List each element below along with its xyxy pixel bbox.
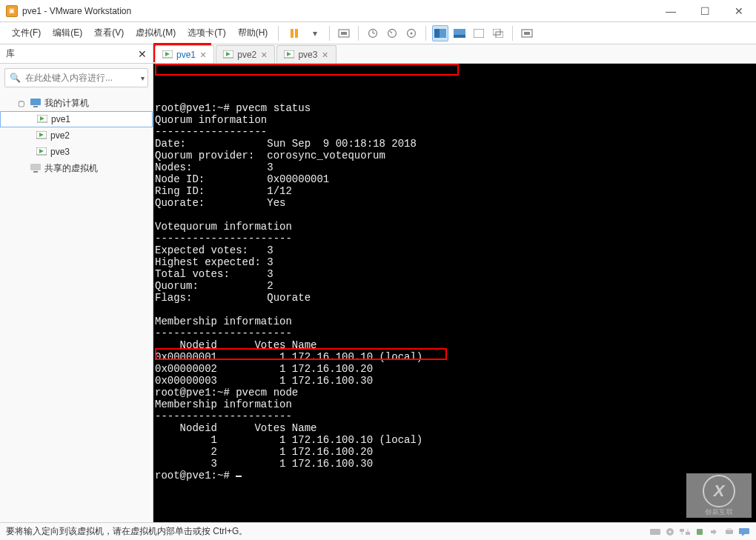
library-title: 库: [6, 47, 15, 60]
search-box[interactable]: 🔍 ▾: [4, 68, 148, 87]
menu-edit[interactable]: 编辑(E): [48, 24, 87, 42]
svg-rect-39: [686, 532, 690, 535]
library-close-icon[interactable]: ✕: [138, 48, 147, 60]
svg-rect-46: [727, 528, 732, 530]
expander-icon[interactable]: ▢: [18, 99, 27, 107]
tree-label: 共享的虚拟机: [44, 162, 98, 175]
menu-tabs[interactable]: 选项卡(T): [183, 24, 230, 42]
svg-rect-18: [524, 32, 530, 35]
vm-icon: [283, 49, 295, 61]
fullscreen-icon[interactable]: [471, 25, 487, 41]
tab-pve1[interactable]: pve1 ×: [155, 45, 214, 63]
content-area: pve1 × pve2 × pve3 × root@pve1:~# pvecm …: [153, 44, 756, 522]
vm-icon: [36, 146, 47, 158]
vm-icon: [36, 130, 47, 141]
statusbar: 要将输入定向到该虚拟机，请在虚拟机内部单击或按 Ctrl+G。: [0, 522, 756, 540]
svg-rect-3: [341, 32, 347, 35]
svg-rect-28: [33, 171, 38, 173]
vm-console[interactable]: root@pve1:~# pvecm status Quorum informa…: [153, 64, 756, 522]
view-thumbnail-icon[interactable]: [451, 25, 468, 41]
vm-icon: [162, 49, 173, 61]
send-ctrl-alt-del-icon[interactable]: [336, 25, 352, 41]
usb-icon[interactable]: [694, 526, 706, 538]
tab-pve3[interactable]: pve3 ×: [276, 45, 336, 63]
svg-rect-43: [711, 530, 714, 533]
close-button[interactable]: ✕: [722, 0, 756, 21]
computer-icon: [30, 97, 42, 109]
menu-file[interactable]: 文件(F): [7, 24, 45, 42]
library-tree: ▢ 我的计算机 pve1 pve2 pve3 共享的虚拟机: [0, 92, 153, 522]
unity-icon[interactable]: [490, 25, 506, 41]
tree-my-computer[interactable]: ▢ 我的计算机: [0, 95, 153, 111]
tab-bar: pve1 × pve2 × pve3 ×: [153, 44, 756, 64]
vm-icon: [36, 113, 48, 125]
svg-marker-44: [714, 529, 717, 535]
svg-point-37: [669, 530, 672, 533]
view-console-icon[interactable]: [432, 25, 448, 41]
pause-button[interactable]: [285, 25, 304, 41]
tab-label: pve1: [176, 50, 196, 60]
svg-rect-19: [30, 99, 41, 105]
tab-label: pve2: [237, 50, 256, 60]
svg-rect-11: [434, 29, 440, 38]
tree-label: 我的计算机: [44, 97, 89, 110]
cursor: [236, 476, 242, 477]
svg-rect-38: [680, 529, 684, 532]
tree-label: pve2: [50, 130, 70, 141]
search-input[interactable]: [25, 73, 136, 83]
svg-rect-0: [291, 29, 294, 38]
vm-icon: [222, 49, 234, 61]
menu-help[interactable]: 帮助(H): [233, 24, 273, 42]
tab-close-icon[interactable]: ×: [259, 49, 268, 61]
svg-rect-13: [454, 35, 465, 38]
maximize-button[interactable]: ☐: [688, 0, 722, 21]
tab-close-icon[interactable]: ×: [199, 49, 208, 61]
menubar: 文件(F) 编辑(E) 查看(V) 虚拟机(M) 选项卡(T) 帮助(H) ▾: [0, 22, 756, 44]
message-icon[interactable]: [738, 526, 750, 538]
window-title: pve1 - VMware Workstation: [22, 6, 131, 16]
svg-point-9: [411, 32, 413, 34]
snapshot-manager-icon[interactable]: [403, 25, 420, 41]
tree-vm-pve3[interactable]: pve3: [0, 144, 153, 160]
svg-rect-1: [295, 29, 298, 38]
tab-pve2[interactable]: pve2 ×: [216, 45, 275, 63]
search-dropdown-icon[interactable]: ▾: [141, 74, 145, 82]
printer-icon[interactable]: [723, 526, 735, 538]
library-sidebar: 库 ✕ 🔍 ▾ ▢ 我的计算机 pve1 pve2 pve: [0, 44, 153, 522]
search-icon: 🔍: [10, 73, 21, 83]
sound-icon[interactable]: [709, 526, 720, 538]
app-icon: ▣: [6, 5, 18, 17]
snapshot-take-icon[interactable]: [365, 25, 381, 41]
menu-view[interactable]: 查看(V): [90, 24, 128, 42]
svg-rect-27: [30, 164, 41, 170]
dropdown-icon[interactable]: ▾: [307, 25, 323, 41]
network-icon[interactable]: [679, 526, 691, 538]
svg-rect-20: [33, 106, 38, 107]
svg-rect-47: [739, 528, 749, 534]
tab-label: pve3: [298, 50, 317, 60]
snapshot-revert-icon[interactable]: [384, 25, 400, 41]
window-titlebar: ▣ pve1 - VMware Workstation — ☐ ✕: [0, 0, 756, 22]
tab-close-icon[interactable]: ×: [320, 49, 329, 61]
highlight-command-1: [155, 64, 459, 76]
tree-vm-pve2[interactable]: pve2: [0, 127, 153, 144]
status-device-icons: [649, 526, 750, 538]
hdd-icon[interactable]: [649, 526, 661, 538]
minimize-button[interactable]: —: [654, 0, 688, 21]
console-output: root@pve1:~# pvecm status Quorum informa…: [153, 102, 756, 481]
status-text: 要将输入定向到该虚拟机，请在虚拟机内部单击或按 Ctrl+G。: [6, 525, 248, 538]
tree-label: pve1: [51, 114, 70, 124]
tree-shared-vms[interactable]: 共享的虚拟机: [0, 160, 153, 176]
svg-marker-48: [742, 534, 745, 536]
menu-vm[interactable]: 虚拟机(M): [131, 24, 180, 42]
shared-icon: [30, 162, 42, 174]
svg-rect-42: [697, 529, 703, 535]
cd-icon[interactable]: [664, 526, 676, 538]
stretch-icon[interactable]: [519, 25, 535, 41]
svg-rect-35: [650, 529, 660, 535]
tree-vm-pve1[interactable]: pve1: [0, 111, 153, 127]
svg-rect-14: [474, 29, 484, 38]
tree-label: pve3: [50, 147, 70, 157]
